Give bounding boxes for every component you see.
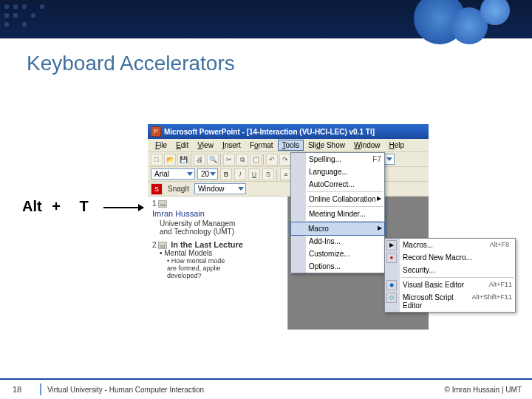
slide-2-title: In the Last Lecture <box>171 240 243 249</box>
separator <box>263 154 265 166</box>
font-combo[interactable]: Arial <box>151 168 195 180</box>
slide-2-sub-c: developed? <box>167 272 283 279</box>
slide-thumb-icon: ▭ <box>158 242 167 249</box>
slide-num: 1 <box>152 200 157 208</box>
standard-toolbar[interactable]: □ 📂 💾 🖨 🔍 ✂ ⧉ 📋 ↶ ↷ 🔗 ▦ 📊 A A 67% <box>148 152 429 167</box>
key-t: T <box>79 198 88 214</box>
snagit-toolbar[interactable]: S SnagIt Window <box>148 182 429 197</box>
menu-separator <box>307 191 383 192</box>
tools-dropdown-menu[interactable]: Spelling...F7 Language... AutoCorrect...… <box>290 152 385 273</box>
snagit-combo[interactable]: Window <box>194 183 246 194</box>
slide-num: 2 <box>152 241 157 249</box>
menu-format[interactable]: Format <box>245 140 278 151</box>
slide-footer: 18 Virtual University - Human Computer I… <box>0 378 532 399</box>
formatting-toolbar[interactable]: Arial 20 B I U S ≡ ≣ A Common <box>148 167 429 182</box>
menu-view[interactable]: View <box>193 140 218 151</box>
snagit-icon[interactable]: S <box>151 183 163 195</box>
footer-divider <box>40 383 41 395</box>
snagit-label: SnagIt <box>165 185 192 193</box>
menu-item-customize[interactable]: Customize... <box>291 248 384 260</box>
menu-edit[interactable]: Edit <box>171 140 193 151</box>
shadow-button[interactable]: S <box>262 168 274 180</box>
slide-2-sub-a: • How mental mode <box>167 257 283 265</box>
menu-help[interactable]: Help <box>385 140 409 151</box>
script-editor-icon: ◇ <box>386 293 397 303</box>
menu-item-autocorrect[interactable]: AutoCorrect... <box>291 178 384 191</box>
cut-icon[interactable]: ✂ <box>223 154 235 166</box>
save-icon[interactable]: 💾 <box>177 154 189 166</box>
window-titlebar[interactable]: P Microsoft PowerPoint - [14-Interaction… <box>148 124 429 139</box>
menu-item-addins[interactable]: Add-Ins... <box>291 235 384 248</box>
slide-thumb-icon: ▭ <box>158 200 167 208</box>
slide-title: Keyboard Accelerators <box>0 38 532 75</box>
preview-icon[interactable]: 🔍 <box>207 154 219 166</box>
slide-2-sub-b: are formed, applie <box>167 265 283 272</box>
underline-button[interactable]: U <box>248 168 260 180</box>
slide-2-bullet: • Mental Models <box>160 249 283 257</box>
italic-button[interactable]: I <box>234 168 246 180</box>
separator <box>191 154 192 166</box>
print-icon[interactable]: 🖨 <box>194 154 205 166</box>
header-dot-pattern <box>0 0 89 38</box>
key-alt: Alt <box>22 198 42 214</box>
open-icon[interactable]: 📂 <box>164 154 176 166</box>
separator <box>220 154 222 166</box>
macros-icon: ▶ <box>386 240 397 250</box>
menu-tools[interactable]: Tools <box>278 140 304 151</box>
menu-item-options[interactable]: Options... <box>291 260 384 273</box>
menu-item-spelling[interactable]: Spelling...F7 <box>291 153 384 166</box>
menu-item-macro[interactable]: Macro▶ <box>290 222 385 236</box>
slide-header-bar <box>0 0 532 38</box>
menu-separator <box>401 277 514 278</box>
plus-sign: + <box>52 198 61 214</box>
outline-pane[interactable]: 1 ▭ Imran Hussain University of Managem … <box>148 197 288 330</box>
record-icon: ● <box>386 253 397 263</box>
menu-slideshow[interactable]: Slide Show <box>304 140 349 151</box>
submenu-item-macros[interactable]: ▶Macros...Alt+F8 <box>385 239 515 251</box>
footer-copyright: © Imran Hussain | UMT <box>445 386 532 394</box>
menu-window[interactable]: Window <box>349 140 385 151</box>
menu-item-meeting[interactable]: Meeting Minder... <box>291 208 384 220</box>
app-icon: P <box>151 126 161 137</box>
chevron-right-icon: ▶ <box>378 225 382 231</box>
macro-submenu[interactable]: ▶Macros...Alt+F8 ●Record New Macro... Se… <box>384 238 516 313</box>
undo-icon[interactable]: ↶ <box>266 154 278 166</box>
footer-center-text: Virtual University - Human Computer Inte… <box>47 386 445 394</box>
vbe-icon: ◆ <box>386 280 397 290</box>
slide-1-line1: University of Managem <box>160 219 283 228</box>
key-annotation: Alt + T <box>22 198 89 215</box>
submenu-item-security[interactable]: Security... <box>385 264 515 276</box>
submenu-item-script-editor[interactable]: ◇Microsoft Script EditorAlt+Shift+F11 <box>385 291 515 312</box>
submenu-item-vbe[interactable]: ◆Visual Basic EditorAlt+F11 <box>385 279 515 291</box>
bold-button[interactable]: B <box>220 168 232 180</box>
menubar[interactable]: File Edit View Insert Format Tools Slide… <box>148 139 429 152</box>
menu-insert[interactable]: Insert <box>218 140 245 151</box>
menu-item-language[interactable]: Language... <box>291 166 384 178</box>
new-icon[interactable]: □ <box>151 154 163 166</box>
size-combo[interactable]: 20 <box>197 168 218 180</box>
submenu-item-record[interactable]: ●Record New Macro... <box>385 251 515 264</box>
slide-2-row[interactable]: 2 ▭ In the Last Lecture <box>152 240 283 249</box>
slide-1-line2: and Technology (UMT) <box>160 228 283 236</box>
arrow-icon <box>103 207 143 208</box>
copy-icon[interactable]: ⧉ <box>236 154 248 166</box>
menu-file[interactable]: File <box>151 140 171 151</box>
paste-icon[interactable]: 📋 <box>250 154 262 166</box>
window-title: Microsoft PowerPoint - [14-Interaction (… <box>164 128 375 136</box>
slide-1-row[interactable]: 1 ▭ <box>152 200 283 208</box>
chevron-right-icon: ▶ <box>377 195 381 202</box>
separator <box>276 168 278 180</box>
menu-separator <box>307 206 383 207</box>
menu-item-collab[interactable]: Online Collaboration▶ <box>291 193 384 205</box>
page-number: 18 <box>0 385 34 394</box>
redo-icon[interactable]: ↷ <box>279 154 291 166</box>
slide-1-title: Imran Hussain <box>152 209 283 218</box>
